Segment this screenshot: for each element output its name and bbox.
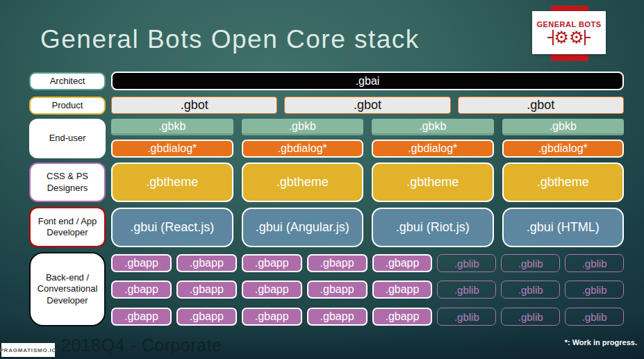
gbapp-box: .gbapp [372,254,433,272]
gbapp-box: .gbapp [111,281,172,299]
gbkb-box: .gbkb [242,119,364,135]
gbapp-box: .gbapp [176,281,237,299]
gbot-box: .gbot [111,97,277,114]
gbapp-box: .gbapp [111,254,172,272]
row-gbot: .gbot .gbot .gbot [111,97,624,114]
edition-label: 2018Q4 - Corporate [61,335,222,356]
row-gbdialog: .gbdialog* .gbdialog* .gbdialog* .gbdial… [111,140,624,158]
gblib-box: .gblib [565,254,624,272]
general-bots-logo: GENERAL BOTS ⚙ ⚙ [532,11,606,54]
gbui-react-box: .gbui (React.js) [111,208,233,247]
gbkb-box: .gbkb [502,119,625,135]
gbdialog-box: .gbdialog* [242,140,364,158]
gbapp-box: .gbapp [242,308,302,326]
gbkb-box: .gbkb [111,119,233,135]
row-label-frontend-developer: Font end / App Developer [29,207,106,247]
gbapp-box: .gbapp [242,281,302,299]
gblib-box: .gblib [501,308,560,326]
row-gbapp-gblib-1: .gbapp .gbapp .gbapp .gbapp .gbapp .gbli… [111,254,624,272]
row-label-architect: Architect [29,72,106,90]
row-gbai: .gbai [111,72,624,90]
gbtheme-box: .gbtheme [372,162,494,202]
gbapp-box: .gbapp [372,308,433,326]
gblib-box: .gblib [501,281,560,299]
gbdialog-box: .gbdialog* [372,140,494,158]
gbdialog-box: .gbdialog* [111,140,233,158]
row-label-backend-developer: Back-end / Conversational Developer [29,252,106,326]
gblib-box: .gblib [565,308,624,326]
gbapp-box: .gbapp [242,254,302,272]
gbapp-box: .gbapp [307,254,368,272]
gbapp-box: .gbapp [176,308,237,326]
row-gbapp-gblib-2: .gbapp .gbapp .gbapp .gbapp .gbapp .gbli… [111,281,624,299]
row-gbtheme: .gbtheme .gbtheme .gbtheme .gbtheme [111,162,624,202]
gblib-box: .gblib [501,254,560,272]
gbtheme-box: .gbtheme [111,162,233,202]
logo-text: GENERAL BOTS [536,20,601,28]
gbui-html-box: .gbui (HTML) [502,208,625,247]
gears-icon: ⚙ ⚙ [547,29,590,46]
gbai-box: .gbai [111,72,624,90]
gear-icon: ⚙ [554,29,569,46]
gblib-box: .gblib [437,281,496,299]
gbapp-box: .gbapp [176,254,237,272]
gear-line-right [586,37,591,38]
slide-background: General Bots Open Core stack GENERAL BOT… [0,0,644,359]
row-gbkb: .gbkb .gbkb .gbkb .gbkb [111,119,624,135]
row-gbui: .gbui (React.js) .gbui (Angular.js) .gbu… [111,208,624,247]
gbkb-box: .gbkb [372,119,494,135]
gear-line-left [547,37,552,38]
gbot-box: .gbot [284,97,450,114]
work-in-progress-note: *: Work in progress. [565,338,637,347]
gbapp-box: .gbapp [307,308,368,326]
gbui-angular-box: .gbui (Angular.js) [242,208,364,247]
gbtheme-box: .gbtheme [502,162,625,202]
gbapp-box: .gbapp [372,281,433,299]
row-label-end-user: End-user [29,119,106,158]
gbui-riot-box: .gbui (Riot.js) [372,208,494,247]
pragmatismo-badge: PRAGMATISMO.IO [1,343,55,357]
gblib-box: .gblib [437,254,496,272]
row-gbapp-gblib-3: .gbapp .gbapp .gbapp .gbapp .gbapp .gbli… [111,308,624,326]
page-title: General Bots Open Core stack [40,25,420,54]
gblib-box: .gblib [437,308,496,326]
gbapp-box: .gbapp [111,308,172,326]
gbapp-box: .gbapp [307,281,368,299]
gear-icon: ⚙ [569,29,584,46]
gbot-box: .gbot [458,97,624,114]
gblib-box: .gblib [565,281,624,299]
row-label-designers: CSS & PS Designers [29,162,106,202]
gbdialog-box: .gbdialog* [502,140,625,158]
row-label-product: Product [29,97,106,115]
gbtheme-box: .gbtheme [242,162,364,202]
